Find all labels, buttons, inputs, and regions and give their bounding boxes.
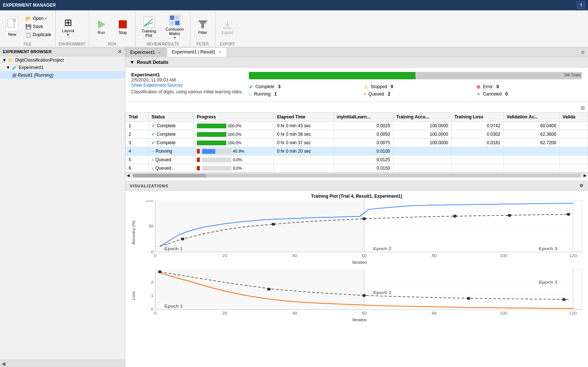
trials-table: Trial Status Progress Elapsed Time myIni…: [125, 112, 588, 173]
view-source-link[interactable]: (View Experiment Source): [131, 83, 243, 88]
accuracy-y-label: Accuracy (%): [131, 200, 136, 264]
accuracy-svg: 0 50 100 0 20 40 60 80 100 120: [137, 200, 582, 259]
svg-text:0: 0: [154, 311, 157, 315]
filter-icon: [197, 18, 209, 30]
svg-text:0: 0: [154, 254, 157, 258]
experiment-name: Experiment1: [131, 72, 243, 77]
svg-point-50: [267, 288, 271, 291]
svg-rect-41: [155, 269, 364, 309]
cell-elapsed: 0 hr 0 min 37 sec: [274, 139, 334, 147]
cell-progress: 100.0%: [194, 139, 274, 147]
visualizations-section: VISUALIZATIONS ⚙ Training Plot (Trial 4,…: [125, 181, 588, 329]
sidebar-header: EXPERIMENT BROWSER ✕: [0, 47, 125, 56]
progress-label: 3/6 Trials: [564, 73, 581, 77]
tab1-close[interactable]: ✕: [157, 51, 161, 55]
status-canceled: ✕ Canceled 0: [476, 91, 582, 97]
svg-marker-12: [198, 21, 207, 28]
viz-body: Training Plot (Trial 4, Result1, Experim…: [125, 191, 588, 329]
main-container: EXPERIMENT BROWSER ✕ ▼ 📁 DigitClassifica…: [0, 47, 588, 367]
collapse-icon[interactable]: ▼: [130, 59, 135, 65]
cell-elapsed: [274, 164, 334, 173]
cell-valid-ac: 62.7200: [504, 139, 560, 147]
svg-text:Epoch 3: Epoch 3: [539, 246, 557, 251]
col-trial: Trial: [126, 112, 149, 122]
scroll-left-arrow[interactable]: ◀: [125, 173, 131, 177]
cell-status: ✔Complete: [149, 139, 194, 147]
duplicate-button[interactable]: 📋 Duplicate: [24, 31, 53, 39]
tree-expand-icon2: ▼: [6, 65, 10, 70]
canceled-label: Canceled: [483, 91, 502, 97]
svg-marker-4: [98, 20, 105, 29]
help-button[interactable]: ?: [577, 1, 585, 9]
loss-chart: Loss: [131, 269, 582, 322]
content-area: Experiment1 ✕ Experiment1 | Result1 ✕ ⚙ …: [125, 47, 588, 367]
confusion-matrix-button[interactable]: ConfusionMatrix ▾: [162, 12, 187, 41]
cell-status: ≡Queued: [149, 156, 194, 164]
svg-text:Epoch 3: Epoch 3: [539, 280, 557, 284]
svg-rect-8: [170, 15, 174, 20]
tree-item-result[interactable]: ▦ Result1 (Running): [0, 71, 125, 79]
tab2-close[interactable]: ✕: [218, 50, 222, 54]
layout-icon: ⊞: [64, 17, 72, 28]
open-button[interactable]: 📂 Open ▾: [24, 15, 53, 22]
canceled-icon: ✕: [476, 91, 481, 97]
cell-status: ≡Queued: [149, 164, 194, 173]
training-plot-button[interactable]: TrainingPlot: [138, 14, 159, 39]
tree-item-experiment[interactable]: ▼ 🧪 Experiment1: [0, 64, 125, 71]
layout-button[interactable]: ⊞ Layout ▾: [59, 15, 77, 38]
cell-initial-learn: 0.0100: [334, 147, 393, 156]
svg-point-49: [158, 270, 162, 273]
stop-button[interactable]: Stop: [114, 17, 132, 37]
viz-gear-icon[interactable]: ⚙: [580, 183, 584, 188]
svg-text:Epoch 2: Epoch 2: [373, 290, 392, 295]
cell-valid-ac: [504, 164, 560, 173]
status-error: ⊗ Error 0: [476, 84, 582, 90]
table-row[interactable]: 6≡Queued 0.0% 0.0150: [126, 164, 588, 173]
training-plot-icon: [142, 15, 156, 29]
accuracy-x-label: Iteration: [137, 260, 582, 264]
svg-rect-5: [119, 20, 127, 28]
table-scrollbar[interactable]: ◀ ▶: [125, 173, 588, 178]
experiment-icon: 🧪: [12, 65, 17, 70]
svg-text:40: 40: [292, 254, 298, 258]
progress-bar: 3/6 Trials: [249, 72, 582, 79]
new-button[interactable]: New: [2, 12, 22, 41]
cell-elapsed: 0 hr 0 min 20 sec: [274, 147, 334, 156]
sidebar-bottom-bar: ◀: [0, 360, 125, 367]
col-trainloss: Training Loss: [451, 112, 503, 122]
table-row[interactable]: 4○Running 45.9% 0 hr 0 min 20 sec0.0100: [126, 147, 588, 156]
table-row[interactable]: 5≡Queued 0.0% 0.0125: [126, 156, 588, 164]
complete-icon: ✔: [249, 84, 253, 90]
experiment-date: 2/5/2020, 11:09:03 AM: [131, 77, 243, 83]
scroll-right-arrow[interactable]: ▶: [582, 173, 588, 177]
save-button[interactable]: 💾 Save: [24, 23, 53, 31]
export-button[interactable]: Export: [218, 17, 237, 37]
filter-button[interactable]: Filter: [194, 17, 212, 37]
table-row[interactable]: 2✔Complete 100.0% 0 hr 0 min 38 sec0.005…: [126, 130, 588, 139]
cell-initial-learn: 0.0050: [334, 130, 393, 139]
tab-experiment1[interactable]: Experiment1 ✕: [125, 48, 166, 57]
tree-item-project[interactable]: ▼ 📁 DigitClassificationProject: [0, 56, 125, 64]
review-group-label: REVIEW RESULTS: [138, 41, 187, 47]
cell-status: ○Running: [149, 147, 194, 156]
cell-train-accu: [393, 164, 452, 173]
tab-result1[interactable]: Experiment1 | Result1 ✕: [167, 47, 227, 57]
queued-label: Queued: [368, 91, 384, 97]
running-count: 1: [274, 91, 277, 97]
sidebar-collapse-icon[interactable]: ✕: [118, 49, 122, 55]
table-row[interactable]: 1✔Complete 100.0% 0 hr 0 min 43 sec0.002…: [126, 122, 588, 130]
svg-text:100: 100: [500, 311, 508, 315]
open-icon: 📂: [25, 16, 31, 21]
scroll-thumb[interactable]: [133, 174, 206, 177]
save-label: Save: [33, 24, 43, 29]
svg-point-52: [467, 297, 470, 300]
tab-gear-icon[interactable]: ⚙: [578, 48, 588, 57]
env-group-label: ENVIRONMENT: [59, 41, 86, 47]
loss-chart-area: 0 1 2 0 20 40 60 80 100 120: [137, 269, 582, 322]
table-row[interactable]: 3✔Complete 100.0% 0 hr 0 min 37 sec0.007…: [126, 139, 588, 147]
run-button[interactable]: Run: [92, 17, 111, 37]
new-icon: [6, 17, 19, 31]
tree-expand-icon: ▼: [2, 58, 7, 63]
status-grid: ✔ Complete 3 ⚠ Stopped 0: [249, 84, 582, 97]
table-settings-icon[interactable]: ⊞: [581, 105, 585, 111]
